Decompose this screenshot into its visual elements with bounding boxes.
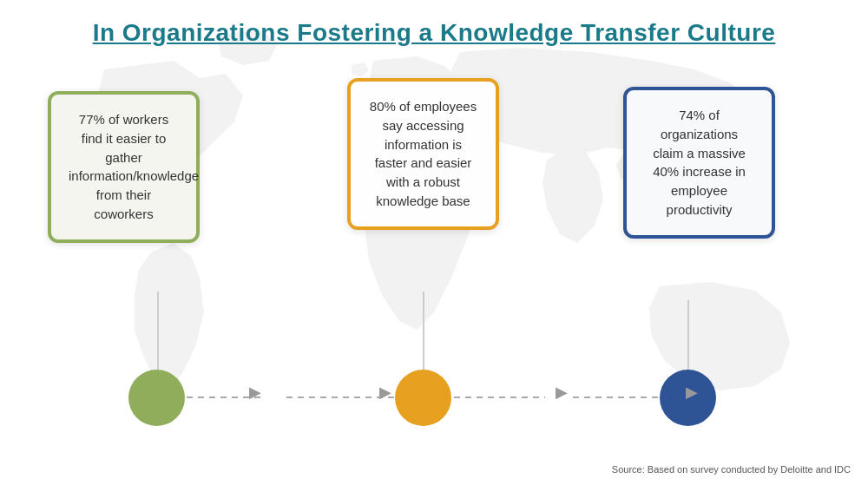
stat-green-text: 77% of workers find it easier to gather … [69,112,199,221]
connector-orange [423,292,424,370]
arrow-3: ▶ [556,383,568,402]
connector-green [157,292,159,370]
dash-segment-3 [454,397,545,398]
arrow-1: ▶ [249,383,261,402]
stat-blue-text: 74% of organizations claim a massive 40%… [653,108,746,217]
circle-green [128,370,185,426]
circle-orange [395,370,451,426]
stat-box-green: 77% of workers find it easier to gather … [48,91,200,243]
source-citation: Source: Based on survey conducted by Del… [612,464,851,475]
connector-blue [687,300,689,370]
stat-orange-text: 80% of employees say accessing informati… [370,99,477,208]
arrow-2: ▶ [379,383,391,402]
stat-box-orange: 80% of employees say accessing informati… [347,78,499,230]
page-title: In Organizations Fostering a Knowledge T… [0,19,868,47]
stat-box-blue: 74% of organizations claim a massive 40%… [623,87,775,239]
arrow-4: ▶ [686,383,698,402]
